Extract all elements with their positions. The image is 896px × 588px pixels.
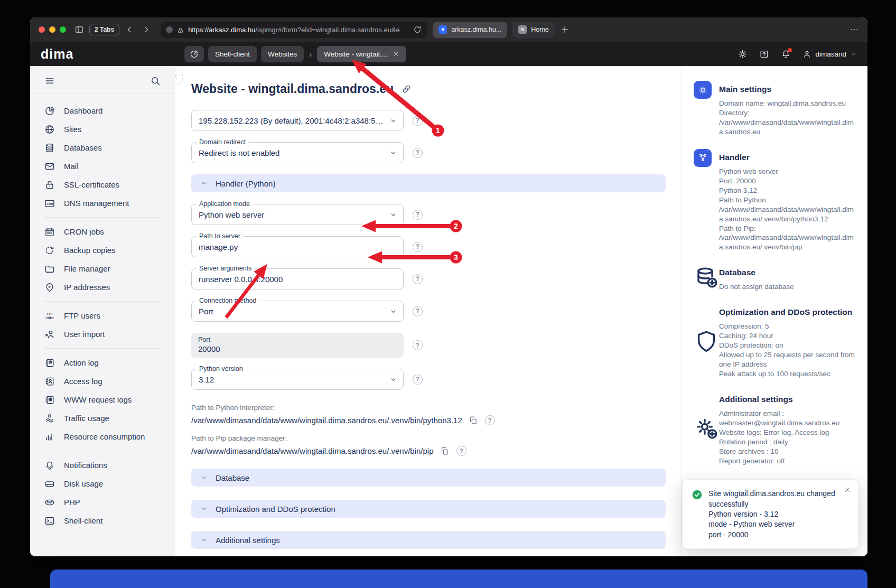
- help-icon[interactable]: [413, 242, 423, 252]
- sidebar-item-label: DNS management: [64, 199, 129, 208]
- shield-icon: [694, 371, 719, 380]
- sidebar-item-mail[interactable]: Mail: [44, 157, 161, 175]
- sidebar-item-cron-jobs[interactable]: CRON jobs: [44, 222, 161, 241]
- tab-website-form[interactable]: Website - wingtail....: [317, 46, 406, 62]
- shell-icon: [44, 516, 55, 526]
- overflow-menu-icon[interactable]: [850, 25, 859, 34]
- help-icon[interactable]: [456, 446, 466, 456]
- application-mode-select[interactable]: Application mode Python web server: [191, 204, 404, 225]
- sidebar-item-dns-management[interactable]: .COMDNS management: [44, 194, 161, 212]
- summary-line: webmaster@wingtail.dima.sandros.eu: [719, 418, 857, 428]
- help-icon[interactable]: [413, 148, 423, 158]
- theme-toggle-icon[interactable]: [738, 49, 748, 59]
- sidebar-item-label: FTP users: [64, 311, 100, 320]
- browser-tab-title: Home: [531, 26, 548, 33]
- home-favicon: S: [518, 25, 527, 34]
- sidebar-item-resource-consumption[interactable]: Resource consumption: [44, 427, 161, 446]
- field-label: Connection method: [197, 297, 259, 304]
- sidebar-item-action-log[interactable]: Action log: [44, 353, 161, 372]
- user-menu[interactable]: dimasand: [802, 50, 857, 59]
- divider: [44, 301, 161, 302]
- server-arguments-input[interactable]: Server arguments runserver 0.0.0.0:20000: [191, 268, 404, 290]
- sidebar-item-backup-copies[interactable]: Backup copies: [44, 241, 161, 259]
- minimize-window-button[interactable]: [49, 26, 55, 33]
- summary-line: Peak attack up to 100 requests/sec: [719, 369, 857, 379]
- sidebar: Dashboard Sites Databases Mail SSL-certi…: [30, 66, 175, 556]
- export-icon[interactable]: [759, 49, 769, 59]
- domain-redirect-select[interactable]: Domain redirect Redirect is not enabled: [191, 142, 404, 163]
- section-optimization-ddos[interactable]: Optimization and DDoS protection: [191, 500, 666, 518]
- close-form-button[interactable]: [175, 68, 183, 86]
- tab-overview-button[interactable]: 2 Tabs: [89, 24, 119, 35]
- reload-icon[interactable]: [413, 25, 422, 34]
- browser-tab-active[interactable]: II arkasz.dima.hu...: [433, 22, 507, 38]
- sidebar-item-www-request-logs[interactable]: WWW request logs: [44, 390, 161, 409]
- sidebar-item-databases[interactable]: Databases: [44, 138, 161, 157]
- sidebar-item-label: File manager: [64, 264, 110, 273]
- username: dimasand: [815, 50, 846, 58]
- ispmanager-favicon: II: [438, 25, 447, 34]
- connection-method-select[interactable]: Connection method Port: [191, 301, 404, 322]
- field-label: Python version: [197, 365, 246, 372]
- browser-tab-home[interactable]: S Home: [512, 22, 554, 38]
- help-icon[interactable]: [485, 415, 495, 425]
- dns-icon: .COM: [44, 198, 55, 209]
- app-logo[interactable]: dima: [41, 46, 184, 62]
- back-icon[interactable]: [125, 25, 134, 34]
- chevron-down-icon: [389, 307, 397, 315]
- address-bar[interactable]: https://arkasz.dima.hu/ispmgr#/form?elid…: [161, 22, 427, 38]
- dashboard-tab-button[interactable]: [184, 46, 204, 62]
- forward-icon[interactable]: [142, 25, 151, 34]
- sidebar-item-shell-client[interactable]: Shell-client: [44, 511, 161, 530]
- summary-line: Report generator: off: [719, 456, 857, 466]
- summary-line: Port: 20000: [719, 176, 857, 186]
- close-window-button[interactable]: [39, 26, 45, 33]
- sidebar-item-traffic-usage[interactable]: Traffic usage: [44, 409, 161, 427]
- help-icon[interactable]: [413, 375, 423, 385]
- sidebar-item-dashboard[interactable]: Dashboard: [44, 101, 161, 120]
- sidebar-item-php[interactable]: PHPPHP: [44, 493, 161, 511]
- sidebar-item-disk-usage[interactable]: Disk usage: [44, 474, 161, 493]
- close-tab-icon[interactable]: [393, 51, 399, 58]
- copy-icon[interactable]: [440, 446, 449, 455]
- section-additional-settings[interactable]: Additional settings: [191, 531, 666, 549]
- sidebar-toggle-icon[interactable]: [74, 25, 84, 34]
- help-icon[interactable]: [413, 340, 423, 350]
- sidebar-item-sites[interactable]: Sites: [44, 120, 161, 138]
- toast-line: Python version - 3.12: [708, 509, 848, 519]
- page-settings-icon[interactable]: [166, 26, 173, 33]
- link-icon[interactable]: [402, 84, 412, 94]
- copy-icon[interactable]: [469, 416, 478, 425]
- bell-icon: [44, 460, 55, 471]
- new-tab-icon[interactable]: [560, 25, 570, 34]
- help-icon[interactable]: [413, 210, 423, 220]
- section-database[interactable]: Database: [191, 469, 666, 487]
- sidebar-item-ftp-users[interactable]: FTPFTP users: [44, 306, 161, 325]
- section-handler-python[interactable]: Handler (Python): [191, 174, 666, 192]
- sidebar-item-ip-addresses[interactable]: IPIP addresses: [44, 278, 161, 296]
- path-to-server-input[interactable]: Path to server manage.py: [191, 236, 404, 257]
- gear-icon: [694, 81, 712, 99]
- chevron-down-icon: [389, 376, 397, 384]
- sidebar-item-file-manager[interactable]: File manager: [44, 259, 161, 278]
- sidebar-item-ssl-certificates[interactable]: SSL-certificates: [44, 175, 161, 194]
- help-icon[interactable]: [413, 274, 423, 284]
- ip-address-select[interactable]: 195.228.152.223 (By default), 2001:4c48:…: [191, 110, 404, 131]
- summary-line: Domain name: wingtail.dima.sandros.eu: [719, 99, 857, 108]
- summary-section-title: Database: [719, 264, 857, 281]
- sidebar-item-notifications[interactable]: Notifications: [44, 456, 161, 474]
- tab-websites[interactable]: Websites: [261, 46, 304, 62]
- sidebar-item-access-log[interactable]: Access log: [44, 372, 161, 390]
- search-icon[interactable]: [150, 76, 161, 86]
- hamburger-icon[interactable]: [44, 76, 55, 86]
- tab-shell-client[interactable]: Shell-client: [208, 46, 257, 62]
- database-icon: [44, 143, 55, 153]
- help-icon[interactable]: [413, 306, 423, 316]
- toast-close-icon[interactable]: [844, 486, 851, 493]
- sidebar-item-user-import[interactable]: User import: [44, 325, 161, 343]
- zoom-window-button[interactable]: [60, 26, 66, 33]
- python-version-select[interactable]: Python version 3.12: [191, 369, 404, 390]
- breadcrumb-separator: ›: [308, 50, 313, 59]
- help-icon[interactable]: [413, 116, 423, 126]
- notifications-bell[interactable]: [781, 49, 791, 59]
